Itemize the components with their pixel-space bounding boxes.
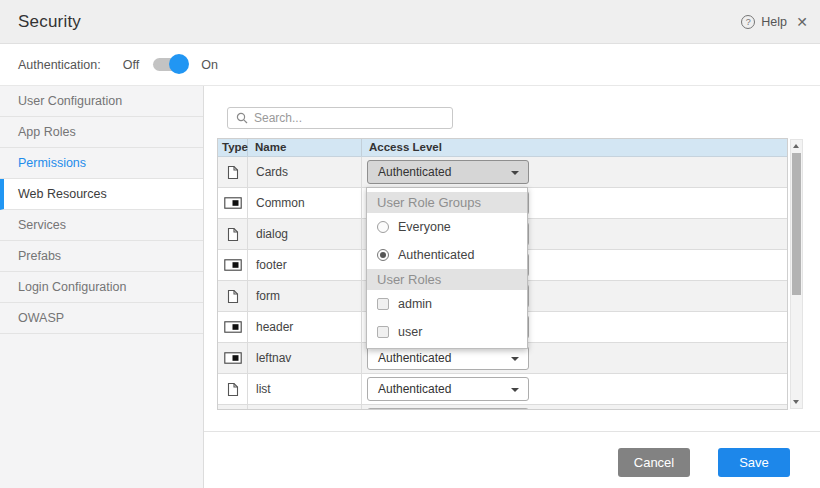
access-level-select[interactable]: Authenticated [367,377,529,401]
page-icon [227,289,239,304]
access-level-select[interactable] [367,408,529,410]
help-button[interactable]: ? Help [741,0,787,44]
dropdown-option-user[interactable]: user [367,318,527,346]
partial-icon [224,197,242,209]
authentication-label: Authentication: [18,58,101,72]
search-input[interactable] [254,109,452,127]
sidebar-item-user-configuration[interactable]: User Configuration [0,86,203,117]
option-label: admin [398,297,432,311]
sidebar-item-owasp[interactable]: OWASP [0,303,203,334]
table-row[interactable]: list Authenticated [218,374,787,405]
checkbox-unchecked-icon[interactable] [377,298,389,310]
authentication-toggle[interactable] [153,58,187,71]
toggle-off-label: Off [123,58,139,72]
table-scrollbar[interactable] [790,139,803,409]
authentication-bar: Authentication: Off On [0,44,820,86]
radio-selected-icon[interactable] [377,249,389,261]
row-name [248,405,362,410]
page-icon [227,227,239,242]
scroll-down-icon[interactable] [791,396,802,408]
partial-icon [224,321,242,333]
search-box [227,107,453,129]
column-header-name: Name [248,139,362,156]
scroll-up-icon[interactable] [791,140,802,152]
row-name: Cards [248,157,362,187]
sidebar-item-permissions[interactable]: Permissions [0,148,203,179]
dropdown-option-authenticated[interactable]: Authenticated [367,241,527,269]
chevron-down-icon [511,388,519,392]
page-icon [227,165,239,180]
help-label: Help [761,15,787,29]
sidebar-item-services[interactable]: Services [0,210,203,241]
row-name: header [248,312,362,342]
option-label: user [398,325,422,339]
partial-icon [224,352,242,364]
select-value: Authenticated [368,165,451,179]
dropdown-section-user-role-groups: User Role Groups [367,192,527,213]
dropdown-section-user-roles: User Roles [367,269,527,290]
sidebar-item-web-resources[interactable]: Web Resources [0,179,203,210]
sidebar-item-app-roles[interactable]: App Roles [0,117,203,148]
column-header-type: Type [218,139,248,156]
partial-icon [224,259,242,271]
close-icon[interactable]: ✕ [796,0,808,44]
cancel-button[interactable]: Cancel [618,448,690,477]
option-label: Authenticated [398,248,474,262]
row-name: footer [248,250,362,280]
checkbox-unchecked-icon[interactable] [377,326,389,338]
titlebar: Security ? Help ✕ [0,0,820,44]
chevron-down-icon [511,357,519,361]
row-name: Common [248,188,362,218]
chevron-down-icon [511,171,519,175]
scrollbar-thumb[interactable] [792,153,801,295]
toggle-thumb [169,54,189,74]
table-row[interactable] [218,405,787,410]
access-level-dropdown: User Role Groups Everyone Authenticated … [366,187,528,349]
option-label: Everyone [398,220,451,234]
footer-divider [204,431,820,432]
table-header: Type Name Access Level [218,139,787,157]
page-title: Security [18,0,81,44]
select-value: Authenticated [368,351,451,365]
select-value: Authenticated [368,382,451,396]
dropdown-option-admin[interactable]: admin [367,290,527,318]
radio-unselected-icon[interactable] [377,221,389,233]
save-button[interactable]: Save [718,448,790,477]
help-icon: ? [741,15,755,29]
table-row[interactable]: Cards Authenticated [218,157,787,188]
sidebar-item-login-configuration[interactable]: Login Configuration [0,272,203,303]
sidebar-item-prefabs[interactable]: Prefabs [0,241,203,272]
search-icon [236,112,248,124]
row-name: form [248,281,362,311]
column-header-access-level: Access Level [362,139,787,156]
sidebar: User Configuration App Roles Permissions… [0,86,204,488]
access-level-select[interactable]: Authenticated [367,346,529,370]
toggle-on-label: On [201,58,218,72]
row-name: list [248,374,362,404]
row-name: dialog [248,219,362,249]
row-name: leftnav [248,343,362,373]
dropdown-option-everyone[interactable]: Everyone [367,213,527,241]
access-level-select[interactable]: Authenticated [367,160,529,184]
security-dialog: Security ? Help ✕ Authentication: Off On… [0,0,820,488]
page-icon [227,382,239,397]
